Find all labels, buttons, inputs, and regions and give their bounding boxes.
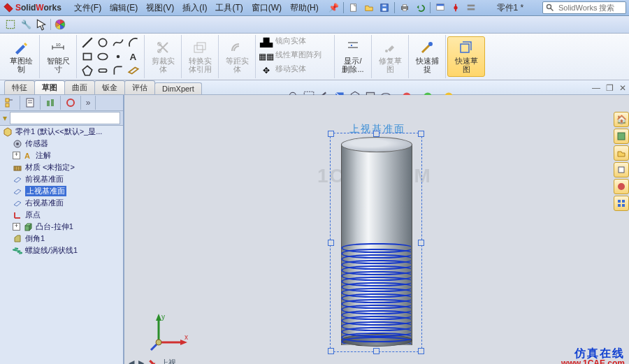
menu-file[interactable]: 文件(F) bbox=[70, 1, 106, 15]
expand-icon[interactable]: + bbox=[13, 223, 20, 231]
tab-sheetmetal[interactable]: 钣金 bbox=[94, 80, 125, 94]
settings-icon[interactable] bbox=[464, 1, 478, 15]
save-icon[interactable] bbox=[377, 1, 391, 15]
plane-tool-icon[interactable] bbox=[127, 64, 140, 77]
tab-features[interactable]: 特征 bbox=[4, 80, 35, 94]
resize-handle[interactable] bbox=[328, 348, 334, 354]
window-close-icon[interactable]: ✕ bbox=[619, 83, 626, 93]
tab-surfaces[interactable]: 曲面 bbox=[64, 80, 95, 94]
ribbon-smartdim-button[interactable]: 10 智能尺 寸 bbox=[40, 35, 77, 78]
tree-origin[interactable]: 原点 bbox=[0, 209, 123, 221]
resize-handle[interactable] bbox=[328, 240, 334, 246]
tree-chamfer[interactable]: 倒角1 bbox=[0, 233, 123, 245]
tab-evaluate[interactable]: 评估 bbox=[124, 80, 155, 94]
resize-handle[interactable] bbox=[328, 131, 334, 137]
ribbon-trim-button[interactable]: 剪裁实 体 bbox=[145, 35, 182, 78]
ribbon-rapidsketch-button[interactable]: 快速草 图 bbox=[447, 36, 485, 77]
viewport-tab-label[interactable]: 上视 bbox=[161, 358, 176, 365]
offset-icon bbox=[229, 40, 245, 55]
ribbon-convert-button[interactable]: 转换实 体引用 bbox=[182, 35, 219, 78]
menu-insert[interactable]: 插入(I) bbox=[178, 1, 211, 15]
feature-filter-input[interactable] bbox=[10, 112, 120, 124]
view-triad[interactable]: x y bbox=[148, 311, 190, 353]
graphics-viewport[interactable]: 🏠 1CAE.COM 上 bbox=[124, 95, 629, 364]
search-input[interactable] bbox=[557, 3, 623, 13]
point-tool-icon[interactable] bbox=[112, 50, 124, 63]
tab-scroll-right-icon[interactable]: ▶ bbox=[138, 358, 144, 365]
resize-handle[interactable] bbox=[373, 131, 379, 137]
part-icon bbox=[3, 127, 13, 137]
tree-helix[interactable]: 螺旋线/涡状线1 bbox=[0, 245, 123, 256]
menu-window[interactable]: 窗口(W) bbox=[247, 1, 286, 15]
tab-scroll-left-icon[interactable]: ◀ bbox=[129, 358, 134, 365]
taskpane-library-icon[interactable] bbox=[614, 129, 629, 144]
undo-icon[interactable] bbox=[413, 1, 427, 15]
new-doc-icon[interactable] bbox=[347, 1, 361, 15]
menu-pin-icon[interactable]: 📌 bbox=[328, 3, 339, 13]
svg-point-34 bbox=[385, 50, 388, 52]
search-box[interactable] bbox=[542, 1, 626, 14]
ribbon-sketch-button[interactable]: 草图绘 制 bbox=[3, 35, 40, 78]
tree-annotations[interactable]: + A 注解 bbox=[0, 150, 123, 161]
funnel-icon[interactable]: ▾ bbox=[3, 113, 7, 123]
svg-point-78 bbox=[156, 340, 161, 345]
ribbon-repair-button[interactable]: 修复草 图 bbox=[372, 35, 409, 78]
print-icon[interactable] bbox=[398, 1, 412, 15]
ribbon-show-button[interactable]: 显示/ 删除... bbox=[335, 35, 372, 78]
taskpane-home-icon[interactable]: 🏠 bbox=[614, 112, 629, 127]
expand-icon[interactable]: + bbox=[13, 152, 20, 159]
ribbon-move-button[interactable]: ✥移动实体 bbox=[260, 64, 306, 77]
tree-right-plane[interactable]: 右视基准面 bbox=[0, 197, 123, 209]
ribbon-linear-pattern-button[interactable]: ▦▦线性草图阵列 bbox=[260, 50, 321, 63]
tree-material[interactable]: 材质 <未指定> bbox=[0, 161, 123, 173]
ellipse-tool-icon[interactable] bbox=[96, 50, 109, 63]
text-tool-icon[interactable]: A bbox=[127, 50, 140, 63]
resize-handle[interactable] bbox=[373, 348, 379, 354]
ribbon-mirror-button[interactable]: ▟▙镜向实体 bbox=[260, 36, 306, 49]
rebuild-icon[interactable] bbox=[449, 1, 463, 15]
taskpane-explorer-icon[interactable] bbox=[614, 145, 629, 161]
slot-tool-icon[interactable] bbox=[96, 64, 109, 77]
arrow-select-icon[interactable] bbox=[35, 18, 48, 31]
circle-tool-icon[interactable] bbox=[96, 36, 109, 49]
ribbon-quicksnap-button[interactable]: 快速捕 捉 bbox=[409, 35, 446, 78]
tab-dimxpert[interactable]: DimXpert bbox=[154, 82, 202, 94]
options-icon[interactable] bbox=[433, 1, 447, 15]
fm-tab-tree[interactable] bbox=[0, 96, 20, 110]
tab-sketch[interactable]: 草图 bbox=[34, 80, 65, 94]
color-wheel-icon[interactable] bbox=[54, 18, 66, 31]
resize-handle[interactable] bbox=[418, 348, 424, 354]
taskpane-appearance-icon[interactable] bbox=[614, 179, 629, 194]
line-tool-icon[interactable] bbox=[81, 36, 94, 49]
menu-view[interactable]: 视图(V) bbox=[142, 1, 178, 15]
resize-handle[interactable] bbox=[418, 240, 424, 246]
ribbon-offset-button[interactable]: 等距实 体 bbox=[219, 35, 256, 78]
rect-tool-icon[interactable] bbox=[81, 50, 94, 63]
window-dash-icon[interactable]: — bbox=[592, 83, 600, 93]
tree-front-plane[interactable]: 前视基准面 bbox=[0, 173, 123, 185]
select-icon[interactable] bbox=[4, 18, 17, 31]
selection-bounding-box[interactable] bbox=[330, 133, 422, 352]
svg-point-57 bbox=[16, 143, 19, 145]
window-restore-icon[interactable]: ❐ bbox=[606, 83, 614, 93]
fm-tab-config[interactable] bbox=[41, 96, 61, 110]
menu-tools[interactable]: 工具(T) bbox=[211, 1, 247, 15]
fm-tab-property[interactable] bbox=[20, 96, 41, 110]
resize-handle[interactable] bbox=[418, 131, 424, 137]
menu-edit[interactable]: 编辑(E) bbox=[106, 1, 142, 15]
fm-tab-more[interactable]: » bbox=[81, 96, 96, 110]
taskpane-view-icon[interactable] bbox=[614, 162, 629, 177]
arc-tool-icon[interactable] bbox=[127, 36, 140, 49]
menu-help[interactable]: 帮助(H) bbox=[286, 1, 323, 15]
tree-sensors[interactable]: 传感器 bbox=[0, 138, 123, 150]
tree-root[interactable]: 零件1 (默认<<默认>_显... bbox=[0, 126, 123, 138]
tree-boss-extrude[interactable]: + 凸台-拉伸1 bbox=[0, 221, 123, 233]
open-icon[interactable] bbox=[362, 1, 376, 15]
tree-top-plane[interactable]: 上视基准面 bbox=[0, 185, 123, 197]
fillet-tool-icon[interactable] bbox=[112, 64, 124, 77]
rebuild-small-icon[interactable]: 🔧 bbox=[20, 18, 32, 31]
taskpane-custom-icon[interactable] bbox=[614, 196, 629, 211]
polygon-tool-icon[interactable] bbox=[81, 64, 94, 77]
fm-tab-dim[interactable] bbox=[61, 96, 81, 110]
spline-tool-icon[interactable] bbox=[112, 36, 124, 49]
